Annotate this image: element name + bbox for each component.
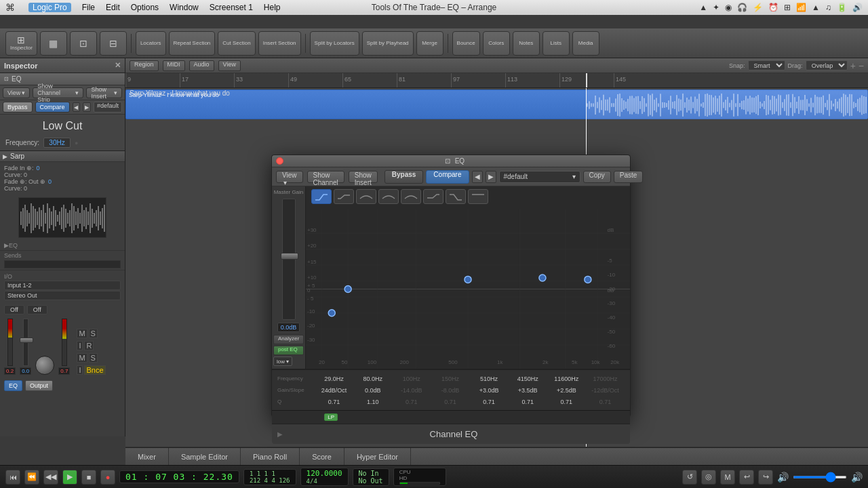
split-locators-button[interactable]: Split by Locators	[310, 31, 359, 56]
colors-button[interactable]: Colors	[483, 31, 510, 56]
rewind-btn[interactable]: ◀◀	[43, 470, 58, 485]
media-button[interactable]: Media	[572, 31, 599, 56]
fader-track-1[interactable]	[23, 319, 28, 366]
cycle-btn[interactable]: ↺	[682, 470, 697, 485]
tab-hyper-editor[interactable]: Hyper Editor	[344, 448, 411, 465]
undo-transport-btn[interactable]: ↩	[739, 470, 754, 485]
tab-mixer[interactable]: Mixer	[125, 448, 169, 465]
ceq-bypass-btn[interactable]: Bypass	[384, 170, 424, 184]
band-type-btn-1[interactable]: LP	[324, 413, 338, 421]
eq-btn[interactable]: EQ	[4, 380, 22, 391]
cut-section-button[interactable]: Cut Section	[218, 31, 255, 56]
compare-btn-small[interactable]: Compare	[35, 102, 70, 113]
channel-knob[interactable]	[35, 356, 54, 375]
drag-select[interactable]: Overlap	[806, 60, 848, 70]
power-btn-1[interactable]: Off	[4, 305, 24, 314]
eq-band-btn-1[interactable]	[311, 189, 332, 204]
zoom-in-icon[interactable]: +	[850, 60, 856, 71]
eq-band-btn-6[interactable]	[423, 189, 443, 204]
autodrop-btn[interactable]: ◎	[701, 470, 716, 485]
bounce-button[interactable]: Bounce	[452, 31, 480, 56]
ceq-view-btn[interactable]: View ▾	[276, 171, 303, 183]
audio-btn[interactable]: Audio	[189, 60, 214, 71]
go-back-btn[interactable]: ⏪	[24, 470, 39, 485]
input-monitor-btn-2[interactable]: I	[77, 365, 83, 375]
view-btn[interactable]: View	[218, 60, 241, 71]
frequency-value[interactable]: 30Hz	[43, 138, 71, 148]
toolbar-btn-2[interactable]: ▦	[40, 31, 67, 56]
eq-band-btn-4[interactable]	[378, 189, 399, 204]
toolbar-btn-3[interactable]: ⊡	[70, 31, 97, 56]
ceq-paste-btn[interactable]: Paste	[614, 171, 644, 183]
menu-help[interactable]: Help	[264, 3, 281, 12]
menu-screenset[interactable]: Screenset 1	[210, 3, 253, 12]
preset-display-small[interactable]: #default	[94, 102, 122, 113]
eq-band-btn-5[interactable]	[401, 189, 421, 204]
ceq-close-btn[interactable]	[276, 157, 283, 165]
region-btn[interactable]: Region	[130, 60, 159, 71]
split-playhead-button[interactable]: Split by Playhead	[362, 31, 414, 56]
ceq-copy-btn[interactable]: Copy	[583, 171, 611, 183]
ceq-preset-display[interactable]: #default ▾	[499, 171, 580, 183]
toolbar-btn-4[interactable]: ⊟	[100, 31, 127, 56]
inspector-close-icon[interactable]: ✕	[115, 61, 121, 70]
ceq-low-btn[interactable]: low ▾	[273, 357, 292, 366]
fader-thumb-1[interactable]	[20, 338, 33, 343]
mute-transport-btn[interactable]: M	[720, 470, 735, 485]
tab-sample-editor[interactable]: Sample Editor	[169, 448, 241, 465]
record-btn-transport[interactable]: ●	[100, 470, 115, 485]
show-insert-small[interactable]: Show Insert ▾	[86, 87, 122, 98]
lists-button[interactable]: Lists	[542, 31, 570, 56]
inspector-button[interactable]: ⊞ Inspector	[5, 31, 37, 56]
master-volume-slider[interactable]	[793, 476, 847, 479]
ceq-show-insert-btn[interactable]: Show Insert ▾	[349, 171, 378, 183]
mute-btn-2[interactable]: M	[77, 353, 87, 363]
ceq-preset-next-btn[interactable]: ▶	[486, 171, 496, 183]
ceq-analyzer-btn[interactable]: Analyzer	[273, 335, 304, 344]
view-dropdown-small[interactable]: View ▾	[3, 87, 30, 98]
eq-band-btn-7[interactable]	[446, 189, 466, 204]
repeat-section-button[interactable]: Repeat Section	[169, 31, 216, 56]
locators-button[interactable]: Locators	[136, 31, 166, 56]
bnce-btn[interactable]: Bnce	[84, 365, 105, 375]
tab-score[interactable]: Score	[300, 448, 344, 465]
menu-file[interactable]: File	[82, 3, 95, 12]
power-btn-2[interactable]: Off	[27, 305, 47, 314]
tab-piano-roll[interactable]: Piano Roll	[241, 448, 300, 465]
input-monitor-btn[interactable]: I	[77, 341, 83, 350]
ceq-gain-fader[interactable]	[282, 199, 296, 320]
menu-options[interactable]: Options	[131, 3, 159, 12]
ceq-compare-btn[interactable]: Compare	[426, 170, 469, 184]
midi-btn[interactable]: MIDI	[163, 60, 185, 71]
input-select[interactable]: Input 1-2	[4, 281, 121, 290]
go-to-start-btn[interactable]: ⏮	[5, 470, 20, 485]
solo-btn[interactable]: S	[89, 329, 98, 338]
ceq-preset-prev-btn[interactable]: ◀	[472, 171, 483, 183]
eq-band-btn-3[interactable]	[356, 189, 376, 204]
sends-bar[interactable]	[4, 260, 121, 268]
stereo-out-select[interactable]: Stereo Out	[4, 291, 121, 300]
eq-band-btn-2[interactable]	[334, 189, 354, 204]
ceq-gain-thumb[interactable]	[281, 253, 298, 260]
eq-handle-6[interactable]	[539, 274, 546, 281]
eq-handle-5[interactable]	[465, 276, 471, 283]
merge-button[interactable]: Merge	[416, 31, 443, 56]
preset-next-small[interactable]: ▶	[83, 102, 91, 112]
eq-handle-1[interactable]	[328, 310, 335, 317]
show-channel-strip-small[interactable]: Show Channel Strip ▾	[33, 87, 83, 98]
play-btn[interactable]: ▶	[62, 470, 77, 485]
notes-button[interactable]: Notes	[513, 31, 540, 56]
snap-select[interactable]: Smart	[748, 60, 785, 70]
menu-logic-pro[interactable]: Logic Pro	[28, 3, 71, 12]
menu-edit[interactable]: Edit	[106, 3, 120, 12]
insert-section-button[interactable]: Insert Section	[258, 31, 301, 56]
bypass-btn-small[interactable]: Bypass	[3, 102, 33, 113]
output-btn[interactable]: Output	[25, 380, 53, 391]
stop-btn[interactable]: ■	[81, 470, 96, 485]
mute-btn[interactable]: M	[77, 329, 87, 338]
record-btn[interactable]: R	[84, 341, 94, 350]
preset-prev-small[interactable]: ◀	[73, 102, 81, 112]
zoom-out-icon[interactable]: −	[859, 60, 864, 71]
eq-band-btn-8[interactable]	[468, 189, 488, 204]
ceq-posteq-btn[interactable]: post EQ	[273, 346, 304, 355]
